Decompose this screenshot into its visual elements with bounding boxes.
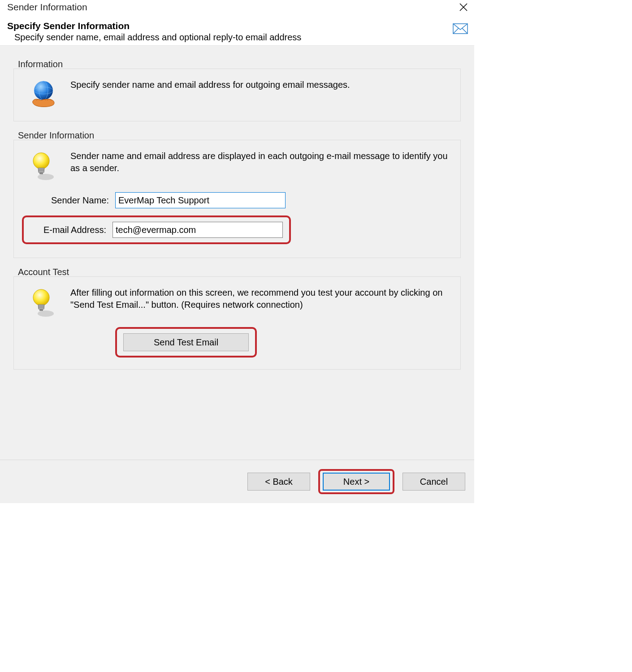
information-group: Information xyxy=(13,59,461,121)
svg-point-13 xyxy=(38,310,54,317)
sender-name-label: Sender Name: xyxy=(26,195,115,206)
svg-rect-17 xyxy=(39,309,43,311)
sender-info-text: Sender name and email address are displa… xyxy=(70,150,449,174)
next-button[interactable]: Next > xyxy=(323,473,390,491)
svg-point-14 xyxy=(33,289,49,306)
email-address-input[interactable] xyxy=(113,222,283,238)
globe-hand-icon xyxy=(26,79,61,109)
titlebar: Sender Information xyxy=(0,0,474,16)
svg-line-3 xyxy=(453,28,459,34)
information-text: Specify sender name and email address fo… xyxy=(70,79,449,91)
sender-info-group: Sender Information xyxy=(13,130,461,258)
account-test-text: After filling out information on this sc… xyxy=(70,287,449,311)
sender-info-legend: Sender Information xyxy=(13,130,461,141)
page-heading: Specify Sender Information xyxy=(7,21,467,31)
information-box: Specify sender name and email address fo… xyxy=(13,69,461,121)
close-button[interactable] xyxy=(458,2,469,13)
account-test-group: Account Test After filling out informati… xyxy=(13,267,461,370)
svg-line-4 xyxy=(462,28,468,34)
email-address-label: E-mail Address: xyxy=(30,225,113,235)
next-highlight: Next > xyxy=(318,469,394,494)
envelope-icon xyxy=(453,23,468,36)
sender-name-input[interactable] xyxy=(115,192,286,208)
wizard-footer: < Back Next > Cancel xyxy=(0,460,474,503)
close-icon xyxy=(459,3,468,12)
information-legend: Information xyxy=(13,59,461,69)
wizard-body: Information xyxy=(0,45,474,460)
email-address-row: E-mail Address: xyxy=(26,215,449,244)
lightbulb-icon xyxy=(26,150,61,182)
email-highlight: E-mail Address: xyxy=(22,215,291,244)
cancel-button[interactable]: Cancel xyxy=(403,473,465,491)
sender-name-row: Sender Name: xyxy=(26,192,449,208)
sender-info-box: Sender name and email address are displa… xyxy=(13,140,461,258)
window-title: Sender Information xyxy=(7,2,87,13)
svg-point-9 xyxy=(33,153,49,169)
svg-point-5 xyxy=(34,81,53,100)
account-test-box: After filling out information on this sc… xyxy=(13,276,461,370)
wizard-header: Specify Sender Information Specify sende… xyxy=(0,16,474,45)
send-test-highlight: Send Test Email xyxy=(115,327,257,358)
svg-rect-12 xyxy=(39,172,43,174)
back-button[interactable]: < Back xyxy=(247,473,310,491)
send-test-email-button[interactable]: Send Test Email xyxy=(123,333,249,351)
sender-form: Sender Name: E-mail Address: xyxy=(26,192,449,244)
svg-point-8 xyxy=(38,174,54,180)
page-subheading: Specify sender name, email address and o… xyxy=(14,32,467,43)
lightbulb-icon xyxy=(26,287,61,319)
account-test-legend: Account Test xyxy=(13,267,461,277)
